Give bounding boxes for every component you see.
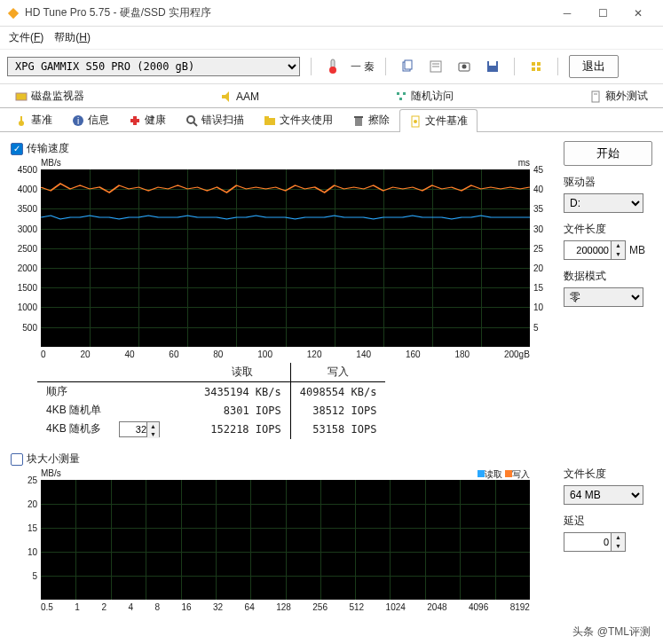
svg-rect-11 (489, 61, 496, 66)
write-line (41, 184, 530, 192)
table-row: 4KB 随机多 ▲▼152218 IOPS53158 IOPS (37, 420, 385, 439)
window-title: HD Tune Pro 5.75 - 硬盘/SSD 实用程序 (25, 5, 549, 20)
svg-rect-15 (537, 67, 541, 71)
file-length2-select[interactable]: 64 MB (564, 485, 643, 505)
svg-rect-21 (592, 91, 599, 102)
tab-extra-tests[interactable]: 额外测试 (580, 84, 658, 107)
screenshot-icon[interactable] (454, 57, 475, 76)
chart1-y-unit: MB/s (41, 158, 61, 168)
app-icon (7, 7, 20, 20)
chart2-y-unit: MB/s (41, 468, 61, 478)
tab-disk-monitor[interactable]: 磁盘监视器 (5, 84, 94, 107)
save-icon[interactable] (482, 57, 503, 76)
close-button[interactable]: ✕ (620, 1, 656, 26)
delay-label: 延迟 (564, 514, 652, 529)
svg-rect-31 (264, 118, 275, 125)
start-button[interactable]: 开始 (564, 141, 652, 166)
delay-stepper[interactable]: ▲▼ (564, 532, 626, 552)
tab-info[interactable]: i信息 (62, 108, 119, 131)
chart2-legend: 读取 写入 (478, 468, 530, 481)
temperature-label: 一 秦 (351, 59, 375, 75)
svg-point-9 (462, 65, 467, 69)
file-length-stepper[interactable]: ▲▼ (564, 240, 626, 260)
driver-select[interactable]: D: (564, 193, 643, 213)
file-length2-label: 文件长度 (564, 467, 652, 482)
thermometer-icon (322, 57, 343, 76)
transfer-rate-label: 传输速度 (27, 141, 69, 156)
tab-random-access[interactable]: 随机访问 (385, 84, 463, 107)
svg-rect-4 (405, 60, 412, 69)
svg-point-2 (329, 67, 336, 74)
tab-aam[interactable]: AAM (210, 84, 269, 107)
chart2 (41, 480, 530, 600)
svg-marker-17 (222, 91, 229, 102)
svg-rect-33 (355, 118, 362, 126)
svg-point-29 (187, 116, 194, 123)
svg-rect-14 (532, 67, 535, 71)
svg-rect-32 (264, 116, 269, 119)
tab-benchmark[interactable]: 基准 (5, 108, 62, 131)
data-mode-label: 数据模式 (564, 269, 652, 284)
maximize-button[interactable]: ☐ (585, 1, 620, 26)
driver-label: 驱动器 (564, 175, 652, 190)
svg-rect-18 (397, 92, 399, 95)
tab-folder-usage[interactable]: 文件夹使用 (254, 108, 343, 131)
tab-file-benchmark[interactable]: 文件基准 (399, 109, 478, 132)
svg-line-30 (193, 122, 197, 126)
svg-rect-34 (354, 116, 363, 118)
table-row: 4KB 随机单8301 IOPS38512 IOPS (37, 401, 385, 420)
read-line (41, 216, 530, 219)
tab-health[interactable]: 健康 (119, 108, 176, 131)
file-length-label: 文件长度 (564, 222, 652, 237)
tab-erase[interactable]: 擦除 (343, 108, 399, 131)
options-icon[interactable] (525, 57, 547, 76)
drive-select[interactable]: XPG GAMMIX S50 PRO (2000 gB) (7, 57, 300, 76)
chart1-y2-unit: ms (518, 158, 530, 168)
menu-help[interactable]: 帮助(H) (54, 30, 91, 45)
svg-rect-16 (16, 93, 27, 100)
svg-point-36 (414, 120, 417, 123)
menu-file[interactable]: 文件(F) (9, 30, 43, 45)
svg-rect-28 (130, 119, 139, 122)
svg-rect-24 (20, 116, 22, 122)
table-row: 顺序3435194 KB/s4098554 KB/s (37, 382, 385, 402)
copy-icon[interactable] (397, 57, 418, 76)
block-size-checkbox[interactable] (11, 453, 23, 466)
svg-rect-20 (399, 98, 402, 100)
svg-rect-19 (403, 92, 406, 95)
data-mode-select[interactable]: 零 (564, 287, 643, 307)
chart1 (41, 169, 530, 347)
block-size-label: 块大小测量 (27, 452, 80, 467)
svg-rect-13 (537, 62, 541, 66)
svg-marker-0 (8, 7, 19, 18)
transfer-rate-checkbox[interactable]: ✓ (11, 143, 23, 155)
queue-depth-stepper[interactable]: ▲▼ (119, 421, 160, 437)
minimize-button[interactable]: ─ (549, 1, 585, 26)
svg-rect-12 (532, 62, 535, 66)
exit-button[interactable]: 退出 (569, 55, 619, 78)
copy-text-icon[interactable] (425, 57, 446, 76)
svg-text:i: i (77, 116, 79, 126)
watermark: 头条 @TML评测 (0, 621, 663, 643)
results-table: 读取写入 顺序3435194 KB/s4098554 KB/s 4KB 随机单8… (37, 363, 385, 439)
tab-error-scan[interactable]: 错误扫描 (176, 108, 254, 131)
